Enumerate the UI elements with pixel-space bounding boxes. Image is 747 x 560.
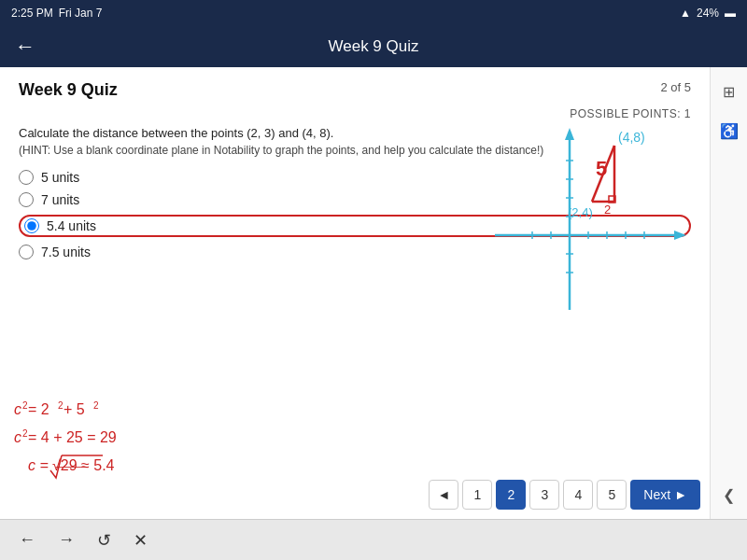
- radio-4[interactable]: [19, 245, 34, 259]
- wifi-icon: ▲: [680, 7, 691, 20]
- possible-points: POSSIBLE POINTS: 1: [19, 107, 691, 120]
- svg-text:+ 5: + 5: [63, 401, 85, 417]
- svg-text:c =: c =: [28, 457, 49, 473]
- svg-text:= 4 + 25 = 29: = 4 + 25 = 29: [28, 429, 117, 445]
- page-button-4[interactable]: 4: [563, 480, 593, 510]
- page-button-3[interactable]: 3: [529, 480, 559, 510]
- table-icon[interactable]: ⊞: [716, 78, 742, 105]
- quiz-title: Week 9 Quiz: [19, 80, 118, 100]
- prev-page-button[interactable]: ◄: [429, 480, 458, 510]
- radio-1[interactable]: [19, 170, 34, 185]
- page-button-2[interactable]: 2: [496, 480, 526, 510]
- svg-text:5: 5: [596, 157, 607, 180]
- battery-icon: ▬: [725, 7, 736, 20]
- content-area: Week 9 Quiz 2 of 5 POSSIBLE POINTS: 1 Ca…: [0, 67, 710, 519]
- svg-text:= 2: = 2: [28, 401, 49, 417]
- back-button[interactable]: ←: [15, 35, 35, 59]
- refresh-button[interactable]: ↺: [93, 526, 115, 554]
- status-bar: 2:25 PM Fri Jan 7 ▲ 24% ▬: [0, 0, 747, 26]
- bottom-bar: ← → ↺ ✕: [0, 519, 747, 560]
- coordinate-plane-svg: 5 2 (4,8) (2,4): [467, 123, 691, 329]
- radio-3[interactable]: [24, 218, 39, 233]
- answer-label-2: 7 units: [41, 192, 79, 207]
- handwriting-svg: c 2 = 2 2 + 5 2 c 2 = 4 + 25 = 29 c = __…: [9, 388, 299, 510]
- page-indicator: 2 of 5: [660, 80, 691, 94]
- handwriting-area: c 2 = 2 2 + 5 2 c 2 = 4 + 25 = 29 c = __…: [9, 388, 299, 510]
- svg-text:2: 2: [93, 400, 99, 411]
- answer-label-1: 5 units: [41, 170, 79, 185]
- next-label: Next: [643, 487, 670, 502]
- svg-text:(2,4): (2,4): [568, 205, 593, 219]
- status-left: 2:25 PM Fri Jan 7: [11, 7, 102, 20]
- header: ← Week 9 Quiz: [0, 26, 747, 67]
- page-button-5[interactable]: 5: [597, 480, 627, 510]
- pagination: ◄ 1 2 3 4 5 Next ►: [429, 480, 700, 510]
- svg-text:c: c: [14, 401, 21, 417]
- collapse-icon[interactable]: ❮: [723, 486, 735, 504]
- answer-label-3: 5.4 units: [47, 218, 96, 233]
- svg-text:(4,8): (4,8): [618, 130, 645, 145]
- next-icon: ►: [674, 487, 687, 502]
- next-button[interactable]: Next ►: [630, 480, 700, 510]
- day-label: Fri Jan 7: [59, 7, 103, 20]
- battery-label: 24%: [697, 7, 719, 20]
- answer-label-4: 7.5 units: [41, 245, 91, 259]
- svg-text:c: c: [14, 429, 21, 445]
- quiz-header: Week 9 Quiz 2 of 5: [19, 80, 691, 100]
- accessibility-icon[interactable]: ♿: [716, 118, 742, 144]
- svg-text:2: 2: [604, 203, 611, 217]
- graph-area: 5 2 (4,8) (2,4): [467, 123, 691, 329]
- svg-marker-3: [674, 231, 686, 240]
- radio-2[interactable]: [19, 192, 34, 207]
- header-title: Week 9 Quiz: [328, 37, 418, 56]
- page-button-1[interactable]: 1: [462, 480, 492, 510]
- main-area: Week 9 Quiz 2 of 5 POSSIBLE POINTS: 1 Ca…: [0, 67, 747, 519]
- status-right: ▲ 24% ▬: [680, 7, 736, 20]
- close-button[interactable]: ✕: [130, 526, 151, 554]
- forward-nav-button[interactable]: →: [54, 526, 78, 553]
- svg-text:√29 ≈ 5.4: √29 ≈ 5.4: [52, 457, 115, 473]
- back-nav-button[interactable]: ←: [15, 526, 39, 553]
- time-label: 2:25 PM: [11, 7, 53, 20]
- sidebar: ⊞ ♿ ❮: [710, 67, 747, 519]
- svg-marker-2: [565, 128, 574, 140]
